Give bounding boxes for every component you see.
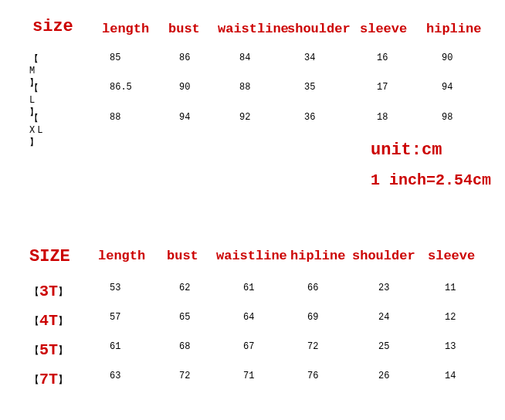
t1-header-waistline: waistline xyxy=(218,22,289,36)
t2-cell: 26 xyxy=(378,371,389,381)
t2-header-length: length xyxy=(98,249,145,263)
t1-cell: 94 xyxy=(442,82,452,93)
t2-header-size: SIZE xyxy=(29,247,70,266)
t2-cell: 66 xyxy=(307,283,318,293)
t2-cell: 76 xyxy=(307,371,318,381)
t2-cell: 69 xyxy=(307,312,318,323)
t1-cell: 16 xyxy=(377,52,388,63)
t2-cell: 68 xyxy=(179,341,190,352)
t1-cell: 85 xyxy=(110,52,120,63)
t1-cell: 94 xyxy=(179,112,190,123)
t2-size-3t: 【3T】 xyxy=(29,283,68,300)
t1-cell: 88 xyxy=(239,82,250,93)
t2-cell: 61 xyxy=(243,283,254,293)
t1-cell: 36 xyxy=(304,112,315,123)
t2-cell: 53 xyxy=(110,283,120,293)
t1-cell: 90 xyxy=(442,52,452,63)
unit-cm: unit:cm xyxy=(371,141,442,160)
t2-cell: 71 xyxy=(243,371,254,381)
t2-cell: 64 xyxy=(243,312,254,323)
t2-cell: 72 xyxy=(307,341,318,352)
t1-cell: 98 xyxy=(442,112,452,123)
t2-header-waistline: waistline xyxy=(216,249,287,263)
t2-cell: 14 xyxy=(445,371,456,381)
t1-cell: 86 xyxy=(179,52,190,63)
t2-header-hipline: hipline xyxy=(290,249,345,263)
t1-header-shoulder: shoulder xyxy=(287,22,351,36)
t1-header-size: size xyxy=(32,17,73,36)
t2-size-5t: 【5T】 xyxy=(29,341,68,359)
t2-cell: 24 xyxy=(378,312,389,323)
t2-header-bust: bust xyxy=(167,249,198,263)
t1-header-sleeve: sleeve xyxy=(360,22,407,36)
t2-header-shoulder: shoulder xyxy=(352,249,415,263)
t1-cell: 34 xyxy=(304,52,315,63)
t1-cell: 84 xyxy=(239,52,250,63)
t2-cell: 13 xyxy=(445,341,456,352)
t2-cell: 23 xyxy=(378,283,389,293)
t1-cell: 17 xyxy=(377,82,388,93)
t2-cell: 72 xyxy=(179,371,190,381)
t1-cell: 92 xyxy=(239,112,250,123)
t2-cell: 11 xyxy=(445,283,456,293)
t2-cell: 61 xyxy=(110,341,120,352)
t1-header-bust: bust xyxy=(168,22,200,36)
t2-cell: 25 xyxy=(378,341,389,352)
t2-cell: 57 xyxy=(110,312,120,323)
t2-cell: 65 xyxy=(179,312,190,323)
t2-size-7t: 【7T】 xyxy=(29,371,68,388)
t1-cell: 18 xyxy=(377,112,388,123)
t2-size-4t: 【4T】 xyxy=(29,312,68,330)
unit-inch: 1 inch=2.54cm xyxy=(371,171,491,189)
t1-cell: 88 xyxy=(110,112,120,123)
t2-cell: 67 xyxy=(243,341,254,352)
t2-cell: 62 xyxy=(179,283,190,293)
t1-cell: 86.5 xyxy=(110,82,132,93)
t1-size-xl: 【 XL 】 xyxy=(29,112,45,149)
t2-header-sleeve: sleeve xyxy=(428,249,475,263)
t1-header-hipline: hipline xyxy=(426,22,481,36)
t1-cell: 35 xyxy=(304,82,315,93)
t2-cell: 63 xyxy=(110,371,120,381)
t1-cell: 90 xyxy=(179,82,190,93)
t1-header-length: length xyxy=(102,22,149,36)
t2-cell: 12 xyxy=(445,312,456,323)
